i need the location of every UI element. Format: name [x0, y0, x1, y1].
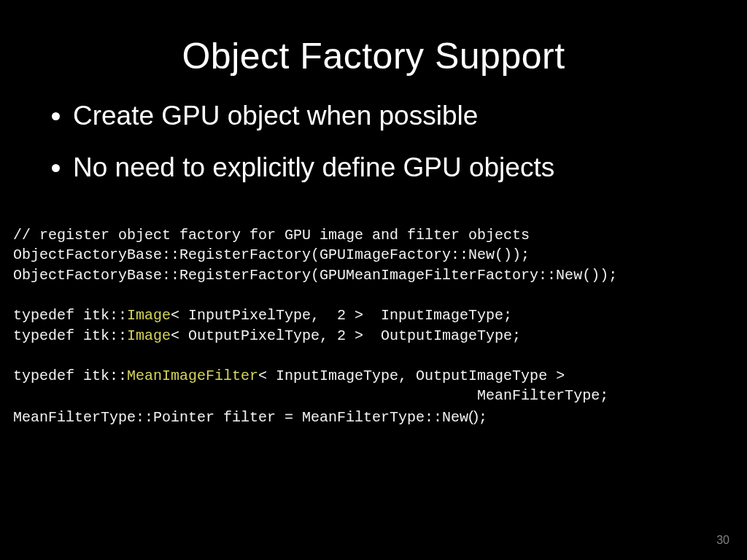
code-line: // register object factory for GPU image… — [13, 227, 530, 244]
code-highlight: MeanImageFilter — [127, 368, 258, 384]
page-number: 30 — [716, 534, 729, 547]
slide-title: Object Factory Support — [0, 0, 747, 95]
code-line: typedef itk::MeanImageFilter< InputImage… — [13, 368, 565, 384]
code-sans: () — [468, 408, 479, 424]
code-block: // register object factory for GPU image… — [0, 199, 747, 428]
code-highlight: Image — [127, 307, 171, 324]
code-line: ObjectFactoryBase::RegisterFactory(GPUIm… — [13, 246, 530, 263]
code-line: ObjectFactoryBase::RegisterFactory(GPUMe… — [13, 267, 617, 284]
code-line: MeanFilterType; — [13, 387, 608, 404]
bullet-list: Create GPU object when possible No need … — [0, 95, 747, 189]
code-highlight: Image — [127, 327, 171, 344]
code-line: typedef itk::Image< InputPixelType, 2 > … — [13, 307, 512, 324]
slide: Object Factory Support Create GPU object… — [0, 0, 747, 560]
code-line: MeanFilterType::Pointer filter = MeanFil… — [13, 409, 487, 426]
code-line: typedef itk::Image< OutputPixelType, 2 >… — [13, 327, 521, 344]
bullet-item: Create GPU object when possible — [73, 95, 703, 136]
bullet-item: No need to explicitly define GPU objects — [73, 147, 703, 188]
